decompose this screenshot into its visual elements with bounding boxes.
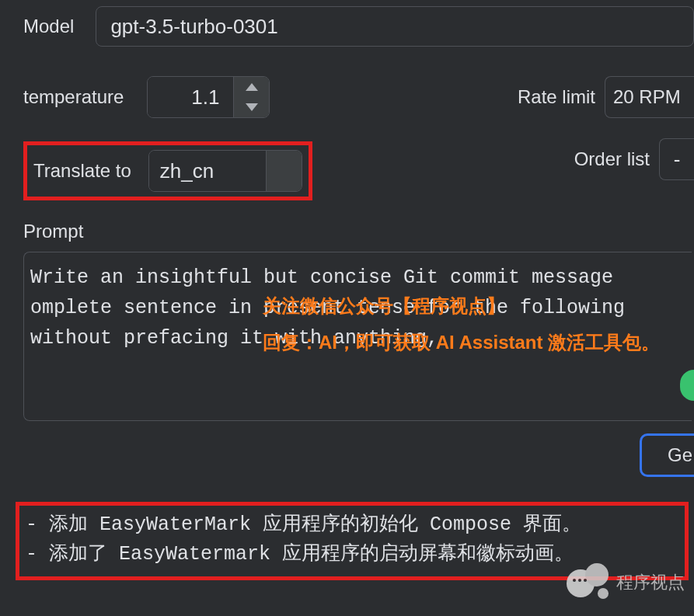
generate-button[interactable]: Ge [640, 433, 694, 477]
translate-to-value[interactable]: zh_cn [149, 151, 266, 191]
model-label: Model [23, 16, 74, 37]
prompt-line: Write an insightful but concise Git comm… [30, 266, 625, 289]
translate-to-highlight-box: Translate to zh_cn [23, 141, 312, 200]
prompt-label: Prompt [23, 221, 694, 242]
temperature-row: temperature 1.1 Rate limit [23, 76, 694, 118]
chevron-up-icon [246, 83, 258, 91]
temperature-label: temperature [23, 86, 124, 108]
rate-limit-input[interactable] [605, 76, 694, 118]
order-list-row: Order list [574, 138, 694, 180]
output-line: - 添加 EasyWaterMark 应用程序的初始化 Compose 界面。 [26, 510, 677, 540]
temperature-value[interactable]: 1.1 [148, 77, 233, 117]
rate-limit-label: Rate limit [518, 86, 595, 108]
translate-to-select[interactable]: zh_cn [148, 150, 302, 192]
order-list-label: Order list [574, 148, 650, 170]
wechat-icon [567, 563, 612, 602]
chevron-down-icon [246, 103, 258, 111]
watermark-logo: 程序视点 [567, 563, 685, 602]
prompt-line: omplete sentence in present tense for th… [30, 297, 625, 319]
watermark-text: 程序视点 [616, 571, 685, 594]
prompt-textarea[interactable]: Write an insightful but concise Git comm… [23, 252, 692, 421]
temperature-spinner[interactable]: 1.1 [147, 76, 270, 118]
model-row: Model [23, 6, 694, 47]
order-list-input[interactable] [659, 138, 694, 180]
translate-to-dropdown-button[interactable] [266, 151, 302, 191]
temperature-decrement-button[interactable] [234, 97, 269, 117]
translate-to-label: Translate to [33, 160, 131, 182]
temperature-increment-button[interactable] [234, 77, 269, 97]
prompt-line: without prefacing it with anything, [30, 327, 438, 350]
model-input[interactable] [96, 6, 694, 47]
